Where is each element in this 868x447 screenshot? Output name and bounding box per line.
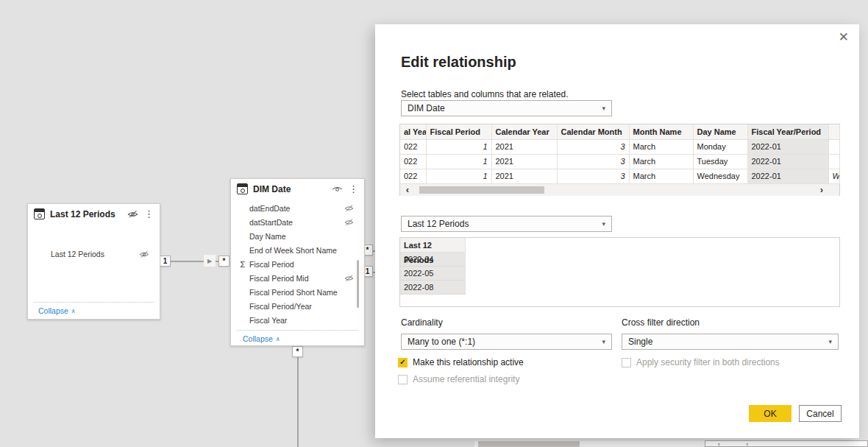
cell[interactable]: 022: [400, 169, 426, 183]
cell-selected[interactable]: 2022-08: [400, 281, 465, 295]
cell[interactable]: 3: [557, 169, 629, 183]
cell[interactable]: 3: [557, 139, 629, 154]
chevron-down-icon: ▾: [828, 338, 832, 345]
field-row[interactable]: Fiscal Period/Year: [231, 300, 354, 313]
column-header[interactable]: Day Name: [693, 124, 747, 139]
checkbox-checked[interactable]: ✓: [398, 358, 408, 367]
column-header[interactable]: Month Name: [629, 124, 693, 139]
scroll-right-icon[interactable]: ›: [814, 185, 829, 195]
column-header[interactable]: [828, 124, 839, 139]
field-row[interactable]: Fiscal Period Short Name: [231, 286, 354, 299]
more-options-icon[interactable]: ⋮: [349, 184, 358, 194]
edit-relationship-dialog: ✕ Edit relationship Select tables and co…: [375, 24, 859, 438]
grid-hscrollbar[interactable]: ‹ ›: [400, 184, 839, 196]
card-header[interactable]: Last 12 Periods ⋮: [28, 204, 160, 224]
field-row[interactable]: datStartDate: [231, 216, 354, 229]
cell[interactable]: Wednesday: [693, 169, 747, 183]
field-name: Fiscal Period Mid: [249, 274, 344, 283]
cell[interactable]: W: [828, 169, 839, 183]
crossfilter-dropdown-value: Single: [628, 337, 828, 347]
cardinality-dropdown[interactable]: Many to one (*:1) ▾: [401, 334, 612, 350]
field-row[interactable]: End of Week Short Name: [231, 244, 354, 257]
from-table-dropdown-value: DIM Date: [408, 103, 602, 113]
cell[interactable]: 3: [557, 154, 629, 169]
cell[interactable]: 1: [426, 139, 491, 154]
cell-selected[interactable]: 2022-01: [747, 169, 828, 183]
field-row[interactable]: Last 12 Periods: [28, 247, 149, 261]
cell-selected[interactable]: 2022-05: [400, 267, 465, 281]
cell-selected[interactable]: 2022-04: [400, 253, 465, 267]
eye-hidden-icon[interactable]: [344, 205, 354, 212]
checkbox-unchecked: [398, 375, 408, 384]
fields-scrollbar[interactable]: [357, 260, 359, 308]
cell[interactable]: 1: [426, 169, 491, 183]
hidden-card-top[interactable]: ↑ ↑: [705, 440, 868, 447]
collapse-link[interactable]: Collapse∧: [38, 306, 76, 315]
relationship-line[interactable]: [297, 346, 299, 447]
cell[interactable]: [828, 139, 839, 154]
cell[interactable]: March: [629, 139, 693, 154]
eye-hidden-icon[interactable]: [139, 250, 149, 258]
column-header[interactable]: Calendar Year: [491, 124, 557, 139]
collapse-link[interactable]: Collapse∧: [243, 334, 280, 343]
cell[interactable]: March: [629, 169, 693, 183]
table-card-dim-date[interactable]: DIM Date ⋮ datEndDate datStartDate Day N…: [230, 178, 365, 346]
arrow-up-icon: ↑: [717, 441, 721, 446]
eye-hidden-icon[interactable]: [344, 219, 354, 226]
column-header[interactable]: al Year: [400, 124, 426, 139]
cell[interactable]: [828, 154, 839, 169]
security-filter-checkbox: Apply security filter in both directions: [622, 357, 780, 367]
eye-icon[interactable]: [332, 185, 343, 194]
cell[interactable]: 2021: [491, 154, 557, 169]
close-icon[interactable]: ✕: [839, 29, 849, 45]
chevron-up-icon: ∧: [71, 308, 76, 314]
checkbox-unchecked: [622, 358, 631, 367]
column-header-selected[interactable]: Fiscal Year/Period: [747, 124, 828, 139]
relationship-one-marker: 1: [160, 256, 171, 267]
cell[interactable]: March: [629, 154, 693, 169]
eye-hidden-icon[interactable]: [127, 210, 138, 219]
ok-button[interactable]: OK: [749, 405, 791, 422]
chevron-down-icon: ▾: [602, 220, 605, 228]
field-name: Fiscal Period: [249, 260, 354, 269]
field-row[interactable]: Fiscal Year: [231, 314, 354, 327]
scroll-left-icon[interactable]: ‹: [400, 185, 415, 195]
make-relationship-active-checkbox[interactable]: ✓ Make this relationship active: [398, 357, 524, 367]
more-options-icon[interactable]: ⋮: [144, 209, 154, 219]
relationship-line[interactable]: [168, 261, 225, 262]
cell-selected[interactable]: 2022-01: [747, 154, 828, 169]
field-row[interactable]: datEndDate: [231, 202, 354, 215]
chevron-down-icon: ▾: [602, 105, 605, 112]
to-table-dropdown-value: Last 12 Periods: [408, 219, 602, 229]
field-name: Last 12 Periods: [51, 250, 139, 258]
card-header[interactable]: DIM Date ⋮: [231, 179, 364, 199]
canvas-hscrollbar-thumb[interactable]: [478, 441, 580, 447]
crossfilter-label: Cross filter direction: [622, 317, 700, 328]
cardinality-dropdown-value: Many to one (*:1): [408, 337, 602, 347]
crossfilter-dropdown[interactable]: Single ▾: [622, 334, 839, 350]
field-row[interactable]: Month Name: [231, 328, 354, 328]
cell-selected[interactable]: 2022-01: [747, 139, 828, 154]
cell[interactable]: 2021: [491, 139, 557, 154]
from-table-dropdown[interactable]: DIM Date ▾: [401, 100, 612, 116]
grid-hscrollbar-thumb[interactable]: [419, 186, 544, 194]
dialog-title: Edit relationship: [401, 54, 516, 71]
eye-hidden-icon[interactable]: [344, 275, 354, 282]
field-name: datStartDate: [249, 218, 344, 227]
field-row[interactable]: Fiscal Period Mid: [231, 272, 354, 285]
relationship-many-marker: *: [292, 346, 303, 357]
cell[interactable]: 022: [400, 154, 426, 169]
to-table-dropdown[interactable]: Last 12 Periods ▾: [401, 216, 612, 232]
column-header-selected[interactable]: Last 12 Periods: [400, 238, 465, 253]
column-header[interactable]: Fiscal Period: [426, 124, 491, 139]
cell[interactable]: 022: [400, 139, 426, 154]
column-header[interactable]: Calendar Month: [557, 124, 629, 139]
table-card-last-12-periods[interactable]: Last 12 Periods ⋮ Last 12 Periods Collap…: [27, 203, 160, 320]
cell[interactable]: Monday: [693, 139, 747, 154]
field-row[interactable]: Day Name: [231, 230, 354, 243]
cell[interactable]: Tuesday: [693, 154, 747, 169]
cancel-button[interactable]: Cancel: [799, 405, 842, 422]
cell[interactable]: 1: [426, 154, 491, 169]
field-row[interactable]: ΣFiscal Period: [231, 258, 354, 271]
cell[interactable]: 2021: [491, 169, 557, 183]
